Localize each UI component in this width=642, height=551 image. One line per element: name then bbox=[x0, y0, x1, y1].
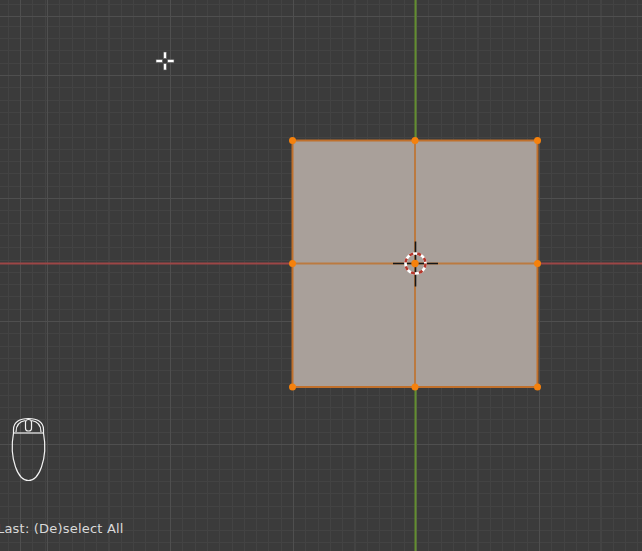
mouse-pointer-crosshair-icon bbox=[156, 52, 174, 70]
mouse-left-button-curve bbox=[16, 421, 26, 433]
mouse-wheel bbox=[26, 420, 32, 432]
vertex-bottom-mid[interactable] bbox=[412, 384, 419, 391]
pointer-arm-left bbox=[156, 60, 163, 63]
pointer-arm-bottom bbox=[164, 64, 167, 71]
vertex-mid-left[interactable] bbox=[289, 260, 296, 267]
mouse-hint-icon bbox=[12, 419, 44, 481]
mouse-right-button-curve bbox=[32, 421, 42, 433]
vertex-mid-right[interactable] bbox=[534, 260, 541, 267]
mouse-body-outline bbox=[12, 419, 44, 481]
vertex-top-right[interactable] bbox=[534, 137, 541, 144]
vertex-top-left[interactable] bbox=[289, 137, 296, 144]
vertex-top-mid[interactable] bbox=[412, 137, 419, 144]
pointer-arm-right bbox=[168, 60, 175, 63]
vertex-center[interactable] bbox=[411, 260, 418, 267]
status-last-action: Last: (De)select All bbox=[0, 521, 124, 536]
vertex-bottom-left[interactable] bbox=[289, 384, 296, 391]
vertex-bottom-right[interactable] bbox=[534, 384, 541, 391]
3d-viewport[interactable]: Last: (De)select All bbox=[0, 0, 642, 551]
viewport-scene bbox=[0, 0, 642, 551]
pointer-arm-top bbox=[164, 52, 167, 59]
